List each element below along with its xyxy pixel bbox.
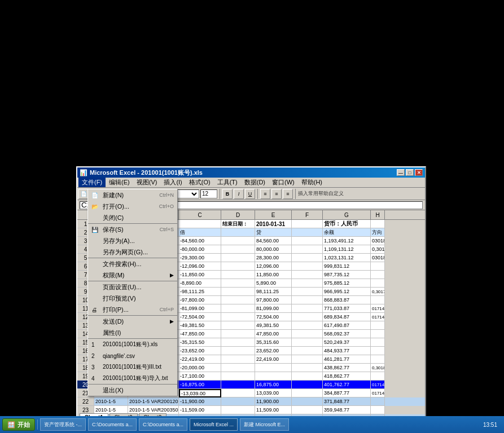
col-header-c[interactable]: C	[179, 210, 221, 219]
cell-g4[interactable]: 1,109,131.12	[323, 245, 371, 254]
cell-d9[interactable]	[221, 288, 255, 296]
cell-a22[interactable]: 2010-1-5	[94, 397, 128, 406]
cell-e19[interactable]	[255, 372, 292, 381]
cell-d4[interactable]	[221, 245, 255, 254]
cell-h3[interactable]: 0301889503银行	[371, 237, 385, 245]
cell-e16[interactable]: 23,652.00	[255, 347, 292, 355]
cell-e20[interactable]: 16,875.00	[255, 381, 292, 389]
cell-h16[interactable]	[371, 347, 385, 355]
cell-d21[interactable]	[221, 389, 255, 397]
menu-recent-4[interactable]: 4 201001(1001账号)导入.txt	[88, 373, 177, 384]
cell-e2[interactable]: 贷	[255, 228, 292, 237]
taskbar-btn-4[interactable]: Microsoft Excel ...	[190, 418, 238, 431]
cell-d7[interactable]	[221, 271, 255, 279]
cell-e12[interactable]: 72,504.00	[255, 313, 292, 321]
cell-e11[interactable]: 81,099.00	[255, 304, 292, 313]
cell-h15[interactable]	[371, 338, 385, 347]
cell-g16[interactable]: 484,933.77	[323, 347, 371, 355]
cell-h1[interactable]	[371, 220, 385, 228]
cell-h9[interactable]: 0,3017401669399壹零陆	[371, 288, 385, 296]
menu-send[interactable]: 发送(D) ▶	[88, 316, 177, 327]
italic-button[interactable]: I	[234, 189, 244, 199]
cell-f9[interactable]	[292, 288, 323, 296]
cell-e6[interactable]: 12,096.00	[255, 262, 292, 271]
cell-g3[interactable]: 1,193,491.12	[323, 237, 371, 245]
cell-g19[interactable]: 418,862.77	[323, 372, 371, 381]
cell-f7[interactable]	[292, 271, 323, 279]
cell-g18[interactable]: 438,862.77	[323, 364, 371, 372]
cell-h10[interactable]	[371, 296, 385, 304]
cell-c15[interactable]: -35,315.50	[179, 338, 221, 347]
cell-g8[interactable]: 975,885.12	[323, 279, 371, 288]
cell-g13[interactable]: 617,490.87	[323, 321, 371, 330]
cell-e8[interactable]: 5,890.00	[255, 279, 292, 288]
cell-c16[interactable]: -23,652.00	[179, 347, 221, 355]
cell-c4[interactable]: -80,000.00	[179, 245, 221, 254]
taskbar-btn-5[interactable]: 新建 Microsoft E...	[240, 418, 289, 431]
cell-g5[interactable]: 1,023,131.12	[323, 254, 371, 262]
cell-d11[interactable]	[221, 304, 255, 313]
cell-f21[interactable]	[292, 389, 323, 397]
menu-recent-2[interactable]: 2 qiangfile'.csv	[88, 350, 177, 361]
cell-e13[interactable]: 49,381.50	[255, 321, 292, 330]
close-button[interactable]: ✕	[415, 169, 423, 176]
cell-c6[interactable]: -12,096.00	[179, 262, 221, 271]
cell-c13[interactable]: -49,381.50	[179, 321, 221, 330]
menu-permission[interactable]: 权限(M) ▶	[88, 269, 177, 281]
menu-recent-1[interactable]: 1 201001(1001账号).xls	[88, 339, 177, 350]
menu-save[interactable]: 💾 保存(S) Ctrl+S	[88, 224, 177, 235]
menu-properties[interactable]: 属性(I)	[88, 327, 177, 338]
cell-c11[interactable]: -81,099.00	[179, 304, 221, 313]
cell-c12[interactable]: -72,504.00	[179, 313, 221, 321]
cell-f15[interactable]	[292, 338, 323, 347]
cell-c9[interactable]: -98,111.25	[179, 288, 221, 296]
cell-g1[interactable]: 货币：人民币	[323, 220, 371, 228]
cell-d17[interactable]	[221, 355, 255, 364]
cell-h22[interactable]	[371, 397, 385, 406]
cell-g21[interactable]: 384,887.77	[323, 389, 371, 397]
cell-f8[interactable]	[292, 279, 323, 288]
cell-d15[interactable]	[221, 338, 255, 347]
cell-e4[interactable]: 80,000.00	[255, 245, 292, 254]
cell-f4[interactable]	[292, 245, 323, 254]
cell-h4[interactable]: 0,301889528602合用金	[371, 245, 385, 254]
start-button[interactable]: 🪟 开始	[2, 418, 35, 431]
cell-e9[interactable]: 98,111.25	[255, 288, 292, 296]
cell-d12[interactable]	[221, 313, 255, 321]
align-right-button[interactable]: ≡	[283, 189, 293, 199]
col-header-d[interactable]: D	[221, 210, 255, 219]
cell-d19[interactable]	[221, 372, 255, 381]
menu-help[interactable]: 帮助(H)	[298, 178, 326, 187]
underline-button[interactable]: U	[245, 189, 255, 199]
cell-f13[interactable]	[292, 321, 323, 330]
cell-b22[interactable]: 2010-1-5 VAR2001201	[128, 397, 179, 406]
menu-recent-3[interactable]: 3 201001(1001账号)III.txt	[88, 361, 177, 373]
font-size-input[interactable]	[200, 189, 217, 198]
menu-exit[interactable]: 退出(X)	[88, 385, 177, 396]
cell-e21[interactable]: 13,039.00	[255, 389, 292, 397]
cell-g7[interactable]: 987,735.12	[323, 271, 371, 279]
menu-view[interactable]: 视图(V)	[133, 178, 161, 187]
cell-g17[interactable]: 461,281.77	[323, 355, 371, 364]
cell-e14[interactable]: 47,850.00	[255, 330, 292, 338]
cell-d5[interactable]	[221, 254, 255, 262]
cell-g15[interactable]: 520,249.37	[323, 338, 371, 347]
cell-g10[interactable]: 868,883.87	[323, 296, 371, 304]
cell-f1[interactable]	[292, 220, 323, 228]
col-header-h[interactable]: H	[371, 210, 385, 219]
cell-f22[interactable]	[292, 397, 323, 406]
bold-button[interactable]: B	[222, 189, 233, 199]
cell-f18[interactable]	[292, 364, 323, 372]
cell-f2[interactable]	[292, 228, 323, 237]
menu-window[interactable]: 窗口(W)	[269, 178, 298, 187]
cell-d3[interactable]	[221, 237, 255, 245]
cell-d2[interactable]	[221, 228, 255, 237]
menu-close[interactable]: 关闭(C)	[88, 212, 177, 223]
cell-c21[interactable]: -13,039.00	[179, 389, 221, 397]
cell-g20[interactable]: 401,762.77	[323, 381, 371, 389]
cell-c18[interactable]: -20,000.00	[179, 364, 221, 372]
cell-h7[interactable]	[371, 271, 385, 279]
cell-f20[interactable]	[292, 381, 323, 389]
cell-f16[interactable]	[292, 347, 323, 355]
cell-d14[interactable]	[221, 330, 255, 338]
